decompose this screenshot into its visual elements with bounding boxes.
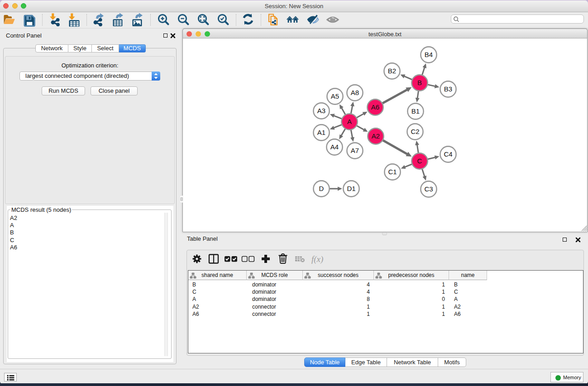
svg-text:A3: A3 [317,107,325,114]
svg-text:A4: A4 [330,143,339,151]
svg-text:A5: A5 [331,92,339,100]
svg-text:D1: D1 [347,185,355,192]
svg-text:A6: A6 [371,103,379,111]
svg-text:C2: C2 [411,128,419,135]
svg-text:C3: C3 [424,185,433,193]
svg-text:A7: A7 [351,147,359,154]
svg-text:A: A [347,118,352,125]
svg-text:B: B [417,79,422,86]
svg-text:f(x): f(x) [311,254,323,264]
svg-text:C4: C4 [444,150,452,158]
svg-text:B3: B3 [444,85,452,93]
svg-text:A8: A8 [351,89,359,96]
svg-text:A1: A1 [317,129,325,136]
svg-text:C1: C1 [388,168,397,176]
svg-text:C: C [417,157,422,165]
svg-text:B4: B4 [425,51,433,58]
svg-text:B2: B2 [388,67,396,75]
svg-text:D: D [319,185,324,192]
svg-text:B1: B1 [411,107,420,115]
svg-text:A2: A2 [372,132,380,140]
